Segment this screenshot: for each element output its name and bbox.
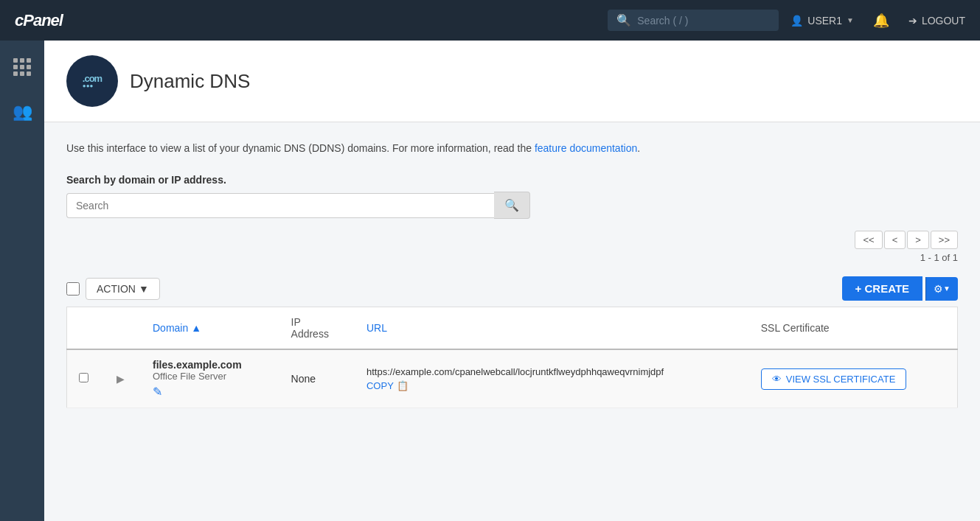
logout-button[interactable]: ➔ LOGOUT [908,15,965,27]
description: Use this interface to view a list of you… [66,140,958,156]
row-ip-cell: None [279,349,355,408]
action-dropdown[interactable]: ACTION ▼ [86,278,160,300]
main-content: .com ●●● Dynamic DNS Use this interface … [44,41,980,521]
layout: 👥 .com ●●● Dynamic DNS Use this interfac… [0,41,980,521]
url-text: https://example.com/cpanelwebcall/locjru… [366,366,737,377]
th-domain[interactable]: Domain ▲ [141,307,279,350]
search-label: Search by domain or IP address. [66,174,958,186]
ip-address: None [291,373,316,385]
bell-icon[interactable]: 🔔 [873,13,889,29]
row-domain-cell: files.example.com Office File Server ✎ [141,349,279,408]
page-title: Dynamic DNS [130,70,250,93]
chevron-down-icon: ▼ [139,283,149,295]
pagination-first[interactable]: << [855,231,882,249]
pagination-last[interactable]: >> [931,231,958,249]
edit-icon[interactable]: ✎ [153,385,268,399]
row-checkbox[interactable] [79,373,88,382]
domain-name: files.example.com [153,359,268,371]
gear-dropdown-button[interactable]: ⚙ ▼ [925,277,958,301]
copy-label: COPY [366,380,394,391]
description-text-pre: Use this interface to view a list of you… [66,142,535,154]
page-icon: .com ●●● [66,55,118,107]
sidebar-item-users[interactable]: 👥 [7,97,38,127]
table-row: ▶ files.example.com Office File Server ✎… [67,349,958,408]
content-area: Use this interface to view a list of you… [44,122,980,426]
row-expand-cell: ▶ [100,349,141,408]
copy-icon: 📋 [397,380,409,391]
topnav: cPanel 🔍 👤 USER1 ▼ 🔔 ➔ LOGOUT [0,0,980,41]
dns-table: Domain ▲ IPAddress URL SSL Certificate ▶ [66,307,958,408]
search-button[interactable]: 🔍 [494,192,530,219]
row-url-cell: https://example.com/cpanelwebcall/locjru… [355,349,749,408]
th-expand [100,307,141,350]
gear-icon: ⚙ [934,283,943,295]
th-ip: IPAddress [279,307,355,350]
pagination-info: 1 - 1 of 1 [920,252,958,263]
expand-button[interactable]: ▶ [112,371,129,386]
th-url[interactable]: URL [355,307,749,350]
logout-icon: ➔ [908,15,917,27]
grid-icon [13,58,31,76]
pagination: << < > >> 1 - 1 of 1 [855,231,958,263]
search-row: 🔍 [66,192,958,219]
user-icon: 👤 [790,15,803,27]
chevron-down-icon: ▼ [847,16,854,24]
pagination-next[interactable]: > [907,231,929,249]
search-icon-topnav: 🔍 [616,13,631,27]
logo: cPanel [15,11,63,30]
feature-documentation-link[interactable]: feature documentation [535,142,637,154]
view-ssl-label: VIEW SSL CERTIFICATE [786,374,896,385]
username: USER1 [807,15,842,27]
sidebar: 👥 [0,41,44,521]
page-header: .com ●●● Dynamic DNS [44,41,980,122]
row-checkbox-cell [67,349,101,408]
select-all-checkbox[interactable] [66,282,80,296]
search-input[interactable] [66,193,494,218]
table-header: Domain ▲ IPAddress URL SSL Certificate [67,307,958,350]
th-ssl: SSL Certificate [749,307,958,350]
action-label: ACTION [97,283,136,295]
action-left: ACTION ▼ [66,278,160,300]
table-body: ▶ files.example.com Office File Server ✎… [67,349,958,408]
domain-subdesc: Office File Server [153,371,268,382]
topnav-search-box[interactable]: 🔍 [608,10,779,31]
view-ssl-button[interactable]: 👁 VIEW SSL CERTIFICATE [761,368,907,390]
action-right: + CREATE ⚙ ▼ [842,276,958,301]
table-controls: << < > >> 1 - 1 of 1 [66,231,958,263]
sidebar-item-home[interactable] [7,52,37,82]
create-button[interactable]: + CREATE [842,276,922,301]
description-text-post: . [637,142,640,154]
copy-link[interactable]: COPY 📋 [366,380,737,391]
eye-icon: 👁 [772,374,782,385]
th-checkbox [67,307,101,350]
pagination-buttons: << < > >> [855,231,958,249]
chevron-down-icon-gear: ▼ [943,284,951,293]
row-ssl-cell: 👁 VIEW SSL CERTIFICATE [749,349,958,408]
action-row: ACTION ▼ + CREATE ⚙ ▼ [66,269,958,301]
topnav-search-input[interactable] [637,15,770,27]
pagination-prev[interactable]: < [884,231,906,249]
logout-label: LOGOUT [922,15,965,27]
user-menu[interactable]: 👤 USER1 ▼ [790,15,854,27]
